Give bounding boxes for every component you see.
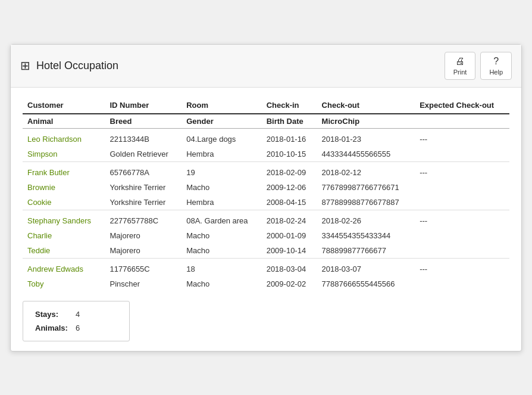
animal-gender: Macho — [181, 276, 261, 291]
animal-breed: Majorero — [105, 243, 182, 259]
customer-checkin: 2018-01-16 — [262, 128, 317, 147]
col-header-id: ID Number — [105, 97, 182, 114]
customer-row: Leo Richardson22113344B04.Large dogs2018… — [23, 128, 509, 147]
toolbar: 🖨 Print ? Help — [445, 52, 512, 80]
hotel-table: Customer ID Number Room Check-in Check-o… — [23, 97, 509, 291]
animal-microchip: 77887666555445566 — [317, 276, 415, 291]
customer-checkout: 2018-01-23 — [317, 128, 415, 147]
sub-header-row: Animal Breed Gender Birth Date MicroChip — [23, 114, 509, 129]
animals-row: Animals: 6 — [35, 321, 117, 335]
grid-icon: ⊞ — [20, 58, 30, 73]
customer-row: Stephany Sanders2277657788C08A. Garden a… — [23, 210, 509, 228]
animal-birthdate: 2008-04-15 — [262, 195, 317, 210]
stays-row: Stays: 4 — [35, 307, 117, 321]
customer-room: 18 — [181, 258, 261, 276]
animal-microchip: 877889988776677887 — [317, 195, 415, 210]
customer-row: Frank Butler65766778A192018-02-092018-02… — [23, 161, 509, 180]
customer-checkout: 2018-03-07 — [317, 258, 415, 276]
stays-label: Stays: — [35, 310, 71, 319]
animal-breed: Majorero — [105, 228, 182, 243]
animal-name: Brownie — [23, 180, 105, 195]
animal-empty — [415, 147, 509, 162]
animal-gender: Macho — [181, 180, 261, 195]
animal-empty — [415, 180, 509, 195]
customer-expected-checkout: --- — [415, 161, 509, 180]
customer-expected-checkout: --- — [415, 258, 509, 276]
animal-row: CharlieMajoreroMacho2000-01-093344554355… — [23, 228, 509, 243]
col-header-customer: Customer — [23, 97, 105, 114]
col-subheader-gender: Gender — [181, 114, 261, 129]
customer-id: 2277657788C — [105, 210, 182, 228]
animal-birthdate: 2000-01-09 — [262, 228, 317, 243]
col-header-checkout: Check-out — [317, 97, 415, 114]
animal-empty — [415, 228, 509, 243]
animal-gender: Hembra — [181, 147, 261, 162]
col-header-room: Room — [181, 97, 261, 114]
animal-gender: Hembra — [181, 195, 261, 210]
customer-checkin: 2018-02-09 — [262, 161, 317, 180]
titlebar-left: ⊞ Hotel Occupation — [20, 58, 118, 73]
customer-room: 08A. Garden area — [181, 210, 261, 228]
animal-microchip: 776789987766776671 — [317, 180, 415, 195]
animal-row: BrownieYorkshire TerrierMacho2009-12-067… — [23, 180, 509, 195]
summary-box: Stays: 4 Animals: 6 — [23, 301, 130, 341]
print-label: Print — [453, 69, 467, 76]
help-label: Help — [489, 69, 503, 76]
help-icon: ? — [493, 56, 499, 67]
table-body: Leo Richardson22113344B04.Large dogs2018… — [23, 128, 509, 291]
animal-microchip: 3344554355433344 — [317, 228, 415, 243]
animal-microchip: 4433344455566555 — [317, 147, 415, 162]
content-area: Customer ID Number Room Check-in Check-o… — [11, 88, 521, 351]
customer-name: Stephany Sanders — [23, 210, 105, 228]
customer-checkout: 2018-02-12 — [317, 161, 415, 180]
animal-name: Cookie — [23, 195, 105, 210]
customer-name: Andrew Edwads — [23, 258, 105, 276]
animal-name: Charlie — [23, 228, 105, 243]
customer-id: 22113344B — [105, 128, 182, 147]
animal-name: Teddie — [23, 243, 105, 259]
customer-room: 04.Large dogs — [181, 128, 261, 147]
animals-label: Animals: — [35, 324, 71, 332]
animal-name: Toby — [23, 276, 105, 291]
animal-gender: Macho — [181, 243, 261, 259]
page-title: Hotel Occupation — [36, 60, 118, 72]
customer-checkout: 2018-02-26 — [317, 210, 415, 228]
col-subheader-empty — [415, 114, 509, 129]
animal-breed: Golden Retriever — [105, 147, 182, 162]
animal-empty — [415, 195, 509, 210]
customer-expected-checkout: --- — [415, 128, 509, 147]
customer-name: Leo Richardson — [23, 128, 105, 147]
animal-row: CookieYorkshire TerrierHembra2008-04-158… — [23, 195, 509, 210]
customer-room: 19 — [181, 161, 261, 180]
main-window: ⊞ Hotel Occupation 🖨 Print ? Help Custom… — [10, 44, 522, 352]
animal-empty — [415, 276, 509, 291]
col-subheader-breed: Breed — [105, 114, 182, 129]
print-button[interactable]: 🖨 Print — [445, 52, 476, 80]
customer-expected-checkout: --- — [415, 210, 509, 228]
customer-name: Frank Butler — [23, 161, 105, 180]
animal-birthdate: 2009-10-14 — [262, 243, 317, 259]
animal-birthdate: 2009-12-06 — [262, 180, 317, 195]
animal-row: TeddieMajoreroMacho2009-10-1478889987776… — [23, 243, 509, 259]
animal-breed: Yorkshire Terrier — [105, 180, 182, 195]
customer-id: 65766778A — [105, 161, 182, 180]
col-subheader-animal: Animal — [23, 114, 105, 129]
animal-row: SimpsonGolden RetrieverHembra2010-10-154… — [23, 147, 509, 162]
animal-empty — [415, 243, 509, 259]
titlebar: ⊞ Hotel Occupation 🖨 Print ? Help — [11, 45, 521, 88]
col-subheader-microchip: MicroChip — [317, 114, 415, 129]
customer-row: Andrew Edwads11776655C182018-03-042018-0… — [23, 258, 509, 276]
animal-birthdate: 2009-02-02 — [262, 276, 317, 291]
help-button[interactable]: ? Help — [480, 52, 512, 80]
col-header-expected: Expected Check-out — [415, 97, 509, 114]
animal-breed: Yorkshire Terrier — [105, 195, 182, 210]
animal-row: TobyPinscherMacho2009-02-027788766655544… — [23, 276, 509, 291]
col-subheader-birthdate: Birth Date — [262, 114, 317, 129]
customer-id: 11776655C — [105, 258, 182, 276]
customer-checkin: 2018-02-24 — [262, 210, 317, 228]
animal-gender: Macho — [181, 228, 261, 243]
animal-name: Simpson — [23, 147, 105, 162]
animal-birthdate: 2010-10-15 — [262, 147, 317, 162]
animal-microchip: 788899877766677 — [317, 243, 415, 259]
main-header-row: Customer ID Number Room Check-in Check-o… — [23, 97, 509, 114]
